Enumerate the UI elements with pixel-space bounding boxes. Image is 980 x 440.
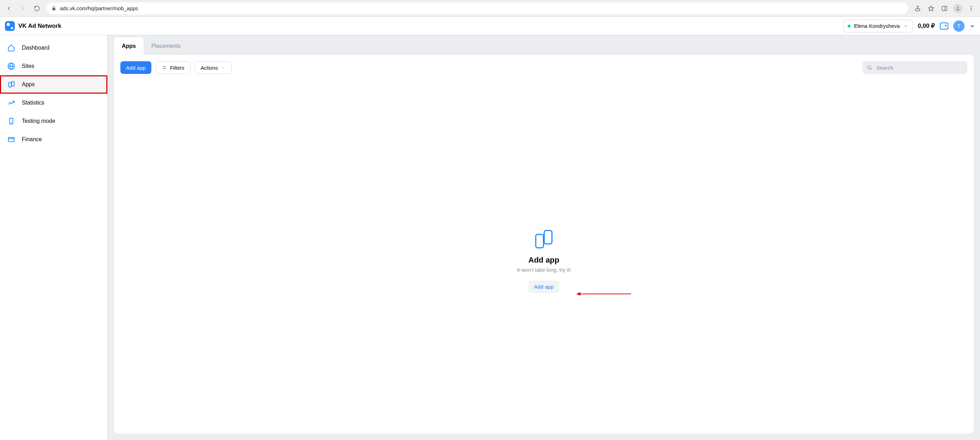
wallet-icon[interactable] [940,22,948,30]
svg-point-6 [971,8,972,9]
annotation-arrow-icon [576,291,632,296]
browser-right-icons [912,2,977,14]
browser-url-bar[interactable]: ads.vk.com/hq/partner/mob_apps [46,2,908,14]
account-switcher[interactable]: Elena Kondrysheva [843,20,913,32]
tab-label: Placements [151,43,181,49]
svg-line-22 [870,68,872,70]
tab-body: Add app Filters Actions [114,55,974,434]
globe-icon [7,62,16,70]
svg-rect-2 [942,6,947,11]
search-icon [867,65,872,70]
card-icon [7,135,16,144]
button-label: Add app [534,284,554,290]
svg-point-20 [165,68,166,69]
svg-point-21 [868,66,871,69]
button-label: Add app [126,65,146,71]
sidebar-item-testing[interactable]: Testing mode [0,112,107,130]
sidebar-item-label: Finance [22,136,42,143]
logo-icon [5,21,15,31]
browser-back-button[interactable] [3,2,15,14]
search-box[interactable] [862,61,967,74]
add-app-button[interactable]: Add app [120,61,151,74]
svg-point-19 [163,66,164,67]
svg-marker-1 [929,6,934,11]
button-label: Actions [200,65,218,71]
browser-forward-button[interactable] [17,2,29,14]
sidebar-item-dashboard[interactable]: Dashboard [0,39,107,57]
button-label: Filters [170,65,185,71]
browser-chrome: ads.vk.com/hq/partner/mob_apps [0,0,980,17]
browser-reload-button[interactable] [31,2,43,14]
sidebar-item-label: Testing mode [22,118,55,124]
apps-large-icon [535,229,553,249]
home-icon [7,44,16,52]
balance-amount: 0,00 ₽ [918,22,935,30]
empty-state: Add app It won't take long, try it! Add … [120,74,967,427]
apps-icon [7,80,16,89]
sidebar: Dashboard Sites Apps Statistics Testing … [0,35,108,440]
tabs: Apps Placements [108,35,980,55]
account-name: Elena Kondrysheva [854,23,900,29]
svg-rect-12 [12,82,14,86]
svg-rect-24 [544,230,552,244]
browser-menu-icon[interactable] [965,2,977,14]
sidebar-item-label: Statistics [22,100,45,106]
tab-label: Apps [122,43,136,49]
sidebar-item-sites[interactable]: Sites [0,57,107,75]
phone-icon [7,117,16,125]
sidebar-item-label: Sites [22,63,35,69]
svg-rect-11 [9,83,11,87]
empty-add-app-button[interactable]: Add app [528,281,559,293]
browser-url-text: ads.vk.com/hq/partner/mob_apps [60,5,138,11]
svg-point-7 [971,10,972,11]
chevron-down-icon [903,24,908,29]
search-input[interactable] [876,64,963,71]
empty-title: Add app [528,256,559,265]
empty-subtitle: It won't take long, try it! [517,267,571,273]
actions-button[interactable]: Actions [195,61,232,74]
tab-placements[interactable]: Placements [144,37,189,55]
tab-apps[interactable]: Apps [114,37,144,55]
chart-line-icon [7,98,16,107]
sidebar-item-apps[interactable]: Apps [0,75,107,94]
browser-profile-icon[interactable] [952,2,964,14]
chevron-down-icon [221,65,226,70]
svg-rect-23 [536,234,544,248]
sidebar-item-statistics[interactable]: Statistics [0,94,107,112]
brand-name: VK Ad Network [18,22,61,30]
avatar[interactable]: T [953,21,964,32]
panel-icon[interactable] [939,2,950,14]
sidebar-item-label: Apps [22,81,35,87]
svg-rect-15 [8,138,14,142]
filters-button[interactable]: Filters [156,61,191,74]
sliders-icon [162,65,167,70]
share-icon[interactable] [912,2,924,14]
main-content: Apps Placements Add app Filters Actions [108,35,980,440]
lock-icon [51,6,56,11]
svg-point-5 [971,6,972,7]
bookmark-star-icon[interactable] [925,2,937,14]
svg-point-4 [957,6,959,8]
toolbar: Add app Filters Actions [120,61,967,74]
chevron-down-icon[interactable] [969,23,975,29]
sidebar-item-finance[interactable]: Finance [0,130,107,149]
status-indicator-icon [848,25,850,27]
svg-marker-26 [576,292,581,296]
sidebar-item-label: Dashboard [22,45,49,51]
app-header: VK Ad Network Elena Kondrysheva 0,00 ₽ T [0,17,980,35]
